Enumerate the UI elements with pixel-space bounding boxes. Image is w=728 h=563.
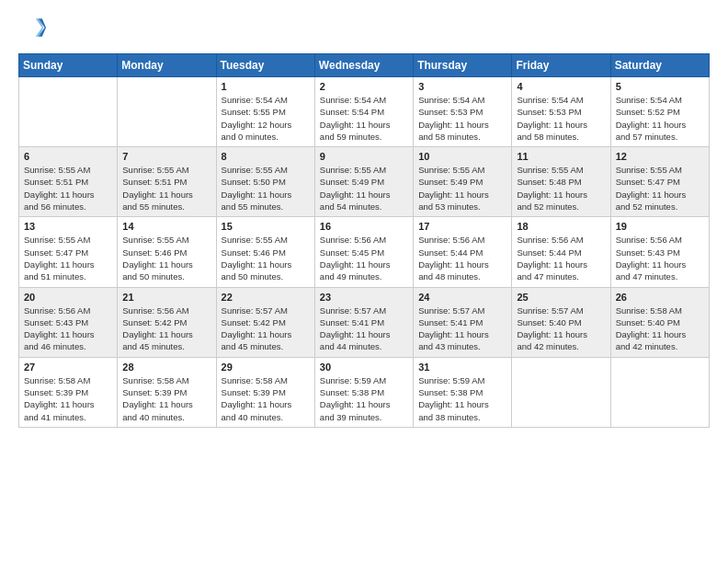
day-info: Sunrise: 5:55 AM Sunset: 5:49 PM Dayligh… — [320, 164, 408, 213]
calendar-cell: 27Sunrise: 5:58 AM Sunset: 5:39 PM Dayli… — [19, 357, 118, 427]
calendar-week-row: 6Sunrise: 5:55 AM Sunset: 5:51 PM Daylig… — [19, 147, 710, 217]
calendar-week-row: 20Sunrise: 5:56 AM Sunset: 5:43 PM Dayli… — [19, 287, 710, 357]
day-number: 14 — [122, 221, 210, 232]
day-info: Sunrise: 5:55 AM Sunset: 5:49 PM Dayligh… — [418, 164, 506, 213]
calendar-cell — [512, 357, 610, 427]
day-number: 26 — [616, 292, 704, 303]
day-number: 1 — [222, 81, 310, 92]
day-number: 30 — [320, 362, 408, 373]
weekday-header: Friday — [512, 54, 610, 77]
day-number: 2 — [320, 81, 408, 92]
day-number: 6 — [24, 151, 112, 162]
calendar-cell: 5Sunrise: 5:54 AM Sunset: 5:52 PM Daylig… — [610, 77, 709, 147]
day-info: Sunrise: 5:57 AM Sunset: 5:40 PM Dayligh… — [517, 304, 605, 353]
calendar-cell: 20Sunrise: 5:56 AM Sunset: 5:43 PM Dayli… — [19, 287, 118, 357]
day-number: 15 — [222, 221, 310, 232]
day-number: 17 — [418, 221, 506, 232]
day-info: Sunrise: 5:58 AM Sunset: 5:39 PM Dayligh… — [122, 374, 210, 423]
weekday-header: Saturday — [610, 54, 709, 77]
calendar-cell: 15Sunrise: 5:55 AM Sunset: 5:46 PM Dayli… — [216, 217, 314, 287]
calendar-week-row: 27Sunrise: 5:58 AM Sunset: 5:39 PM Dayli… — [19, 357, 710, 427]
calendar-cell: 26Sunrise: 5:58 AM Sunset: 5:40 PM Dayli… — [610, 287, 709, 357]
calendar-cell: 29Sunrise: 5:58 AM Sunset: 5:39 PM Dayli… — [216, 357, 314, 427]
day-info: Sunrise: 5:57 AM Sunset: 5:42 PM Dayligh… — [222, 304, 310, 353]
day-info: Sunrise: 5:58 AM Sunset: 5:39 PM Dayligh… — [222, 374, 310, 423]
calendar-cell: 3Sunrise: 5:54 AM Sunset: 5:53 PM Daylig… — [414, 77, 512, 147]
weekday-header: Monday — [118, 54, 216, 77]
day-number: 24 — [418, 292, 506, 303]
weekday-header: Wednesday — [314, 54, 413, 77]
day-info: Sunrise: 5:56 AM Sunset: 5:42 PM Dayligh… — [122, 304, 210, 353]
calendar-cell: 31Sunrise: 5:59 AM Sunset: 5:38 PM Dayli… — [414, 357, 512, 427]
day-number: 3 — [418, 81, 506, 92]
day-info: Sunrise: 5:58 AM Sunset: 5:40 PM Dayligh… — [616, 304, 704, 353]
day-number: 19 — [616, 221, 704, 232]
day-number: 28 — [122, 362, 210, 373]
day-info: Sunrise: 5:56 AM Sunset: 5:43 PM Dayligh… — [24, 304, 112, 353]
calendar-cell: 11Sunrise: 5:55 AM Sunset: 5:48 PM Dayli… — [512, 147, 610, 217]
logo-icon — [20, 15, 46, 40]
day-info: Sunrise: 5:55 AM Sunset: 5:51 PM Dayligh… — [122, 164, 210, 213]
day-info: Sunrise: 5:59 AM Sunset: 5:38 PM Dayligh… — [320, 374, 408, 423]
calendar-cell: 4Sunrise: 5:54 AM Sunset: 5:53 PM Daylig… — [512, 77, 610, 147]
day-number: 7 — [122, 151, 210, 162]
day-number: 21 — [122, 292, 210, 303]
calendar-cell: 18Sunrise: 5:56 AM Sunset: 5:44 PM Dayli… — [512, 217, 610, 287]
day-number: 12 — [616, 151, 704, 162]
day-info: Sunrise: 5:56 AM Sunset: 5:45 PM Dayligh… — [320, 234, 408, 282]
day-number: 31 — [418, 362, 506, 373]
calendar-cell: 16Sunrise: 5:56 AM Sunset: 5:45 PM Dayli… — [314, 217, 413, 287]
day-number: 13 — [24, 221, 112, 232]
calendar-cell: 12Sunrise: 5:55 AM Sunset: 5:47 PM Dayli… — [610, 147, 709, 217]
day-number: 16 — [320, 221, 408, 232]
day-info: Sunrise: 5:58 AM Sunset: 5:39 PM Dayligh… — [24, 374, 112, 423]
day-info: Sunrise: 5:54 AM Sunset: 5:55 PM Dayligh… — [222, 94, 310, 143]
weekday-header: Sunday — [19, 54, 118, 77]
day-info: Sunrise: 5:54 AM Sunset: 5:53 PM Dayligh… — [517, 94, 605, 143]
day-info: Sunrise: 5:55 AM Sunset: 5:46 PM Dayligh… — [122, 234, 210, 282]
calendar-cell: 28Sunrise: 5:58 AM Sunset: 5:39 PM Dayli… — [118, 357, 216, 427]
calendar-cell: 9Sunrise: 5:55 AM Sunset: 5:49 PM Daylig… — [314, 147, 413, 217]
day-number: 4 — [517, 81, 605, 92]
day-number: 27 — [24, 362, 112, 373]
day-number: 23 — [320, 292, 408, 303]
calendar-cell: 21Sunrise: 5:56 AM Sunset: 5:42 PM Dayli… — [118, 287, 216, 357]
weekday-header-row: SundayMondayTuesdayWednesdayThursdayFrid… — [19, 54, 710, 77]
day-info: Sunrise: 5:55 AM Sunset: 5:50 PM Dayligh… — [222, 164, 310, 213]
calendar-cell: 22Sunrise: 5:57 AM Sunset: 5:42 PM Dayli… — [216, 287, 314, 357]
day-info: Sunrise: 5:55 AM Sunset: 5:51 PM Dayligh… — [24, 164, 112, 213]
day-info: Sunrise: 5:55 AM Sunset: 5:47 PM Dayligh… — [24, 234, 112, 282]
day-number: 5 — [616, 81, 704, 92]
day-number: 11 — [517, 151, 605, 162]
calendar-cell: 7Sunrise: 5:55 AM Sunset: 5:51 PM Daylig… — [118, 147, 216, 217]
day-info: Sunrise: 5:54 AM Sunset: 5:53 PM Dayligh… — [418, 94, 506, 143]
day-info: Sunrise: 5:56 AM Sunset: 5:44 PM Dayligh… — [418, 234, 506, 282]
calendar-cell: 1Sunrise: 5:54 AM Sunset: 5:55 PM Daylig… — [216, 77, 314, 147]
day-info: Sunrise: 5:54 AM Sunset: 5:52 PM Dayligh… — [616, 94, 704, 143]
calendar-cell: 10Sunrise: 5:55 AM Sunset: 5:49 PM Dayli… — [414, 147, 512, 217]
calendar-week-row: 1Sunrise: 5:54 AM Sunset: 5:55 PM Daylig… — [19, 77, 710, 147]
calendar-table: SundayMondayTuesdayWednesdayThursdayFrid… — [18, 53, 710, 428]
day-info: Sunrise: 5:55 AM Sunset: 5:46 PM Dayligh… — [222, 234, 310, 282]
calendar-cell: 17Sunrise: 5:56 AM Sunset: 5:44 PM Dayli… — [414, 217, 512, 287]
calendar-cell: 8Sunrise: 5:55 AM Sunset: 5:50 PM Daylig… — [216, 147, 314, 217]
calendar-cell — [19, 77, 118, 147]
day-number: 29 — [222, 362, 310, 373]
calendar-cell: 6Sunrise: 5:55 AM Sunset: 5:51 PM Daylig… — [19, 147, 118, 217]
day-number: 18 — [517, 221, 605, 232]
day-number: 25 — [517, 292, 605, 303]
day-number: 22 — [222, 292, 310, 303]
calendar-cell — [610, 357, 709, 427]
calendar-cell: 30Sunrise: 5:59 AM Sunset: 5:38 PM Dayli… — [314, 357, 413, 427]
day-number: 8 — [222, 151, 310, 162]
day-info: Sunrise: 5:57 AM Sunset: 5:41 PM Dayligh… — [320, 304, 408, 353]
day-info: Sunrise: 5:55 AM Sunset: 5:47 PM Dayligh… — [616, 164, 704, 213]
calendar-cell: 25Sunrise: 5:57 AM Sunset: 5:40 PM Dayli… — [512, 287, 610, 357]
page-header — [18, 15, 710, 44]
day-info: Sunrise: 5:56 AM Sunset: 5:44 PM Dayligh… — [517, 234, 605, 282]
calendar-cell: 13Sunrise: 5:55 AM Sunset: 5:47 PM Dayli… — [19, 217, 118, 287]
day-number: 10 — [418, 151, 506, 162]
calendar-cell: 24Sunrise: 5:57 AM Sunset: 5:41 PM Dayli… — [414, 287, 512, 357]
day-number: 9 — [320, 151, 408, 162]
day-info: Sunrise: 5:54 AM Sunset: 5:54 PM Dayligh… — [320, 94, 408, 143]
